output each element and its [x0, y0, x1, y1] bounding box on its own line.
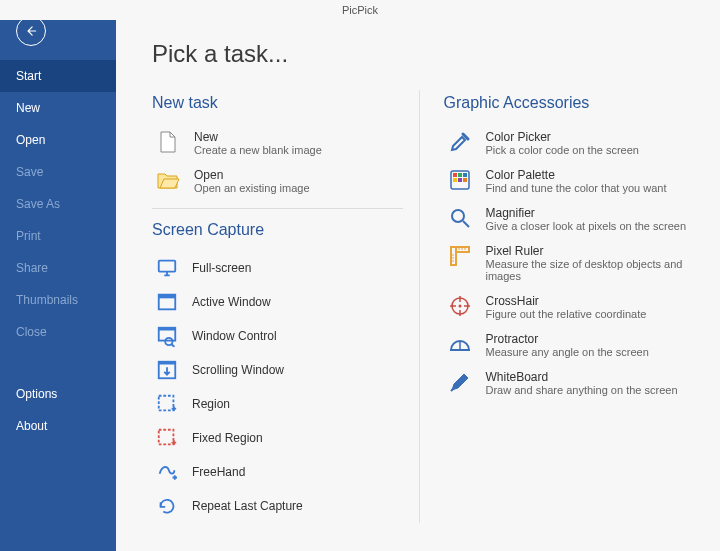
protractor-icon — [448, 332, 472, 356]
task-title: FreeHand — [192, 461, 245, 483]
task-active-window[interactable]: Active Window — [152, 285, 403, 319]
task-desc: Give a closer look at pixels on the scre… — [486, 220, 687, 232]
task-title: Scrolling Window — [192, 359, 284, 381]
task-whiteboard[interactable]: WhiteBoard Draw and share anything on th… — [444, 364, 695, 402]
sidebar-item-open[interactable]: Open — [0, 124, 116, 156]
svg-point-19 — [458, 305, 461, 308]
task-full-screen[interactable]: Full-screen — [152, 251, 403, 285]
repeat-icon — [156, 495, 178, 517]
task-title: New — [194, 130, 322, 144]
task-title: Color Palette — [486, 168, 667, 182]
svg-rect-9 — [159, 430, 174, 445]
sidebar-item-about[interactable]: About — [0, 410, 116, 442]
task-color-palette[interactable]: Color Palette Find and tune the color th… — [444, 162, 695, 200]
magnifier-icon — [448, 206, 472, 230]
task-scrolling-window[interactable]: Scrolling Window — [152, 353, 403, 387]
folder-open-icon — [156, 168, 180, 192]
sidebar-item-label: Share — [16, 261, 48, 275]
task-title: Pixel Ruler — [486, 244, 695, 258]
svg-rect-13 — [463, 173, 467, 177]
task-window-control[interactable]: Window Control — [152, 319, 403, 353]
task-title: Repeat Last Capture — [192, 495, 303, 517]
task-title: Open — [194, 168, 310, 182]
sidebar-item-label: Start — [16, 69, 41, 83]
ruler-icon — [448, 244, 472, 268]
task-title: Full-screen — [192, 257, 251, 279]
task-desc: Figure out the relative coordinate — [486, 308, 647, 320]
task-title: Color Picker — [486, 130, 639, 144]
task-region[interactable]: Region — [152, 387, 403, 421]
sidebar-item-label: Print — [16, 229, 41, 243]
section-title-screen-capture: Screen Capture — [152, 221, 403, 239]
task-title: Active Window — [192, 291, 271, 313]
task-desc: Find and tune the color that you want — [486, 182, 667, 194]
scrolling-window-icon — [156, 359, 178, 381]
sidebar-item-thumbnails[interactable]: Thumbnails — [0, 284, 116, 316]
task-protractor[interactable]: Protractor Measure any angle on the scre… — [444, 326, 695, 364]
nav-spacer — [0, 348, 116, 378]
task-freehand[interactable]: FreeHand — [152, 455, 403, 489]
section-title-new-task: New task — [152, 94, 403, 112]
main-panel: Pick a task... New task New Create a new… — [116, 20, 720, 551]
task-color-picker[interactable]: Color Picker Pick a color code on the sc… — [444, 124, 695, 162]
crosshair-icon — [448, 294, 472, 318]
task-desc: Draw and share anything on the screen — [486, 384, 678, 396]
freehand-icon — [156, 461, 178, 483]
sidebar-item-save[interactable]: Save — [0, 156, 116, 188]
app-title: PicPick — [342, 4, 378, 16]
task-title: Protractor — [486, 332, 649, 346]
eyedropper-icon — [448, 130, 472, 154]
app-body: Start New Open Save Save As Print Share … — [0, 20, 720, 551]
sidebar-item-label: Save As — [16, 197, 60, 211]
task-desc: Pick a color code on the screen — [486, 144, 639, 156]
svg-point-17 — [452, 210, 464, 222]
task-title: Window Control — [192, 325, 277, 347]
task-magnifier[interactable]: Magnifier Give a closer look at pixels o… — [444, 200, 695, 238]
task-desc: Measure any angle on the screen — [486, 346, 649, 358]
svg-rect-15 — [458, 178, 462, 182]
task-title: CrossHair — [486, 294, 647, 308]
sidebar-item-share[interactable]: Share — [0, 252, 116, 284]
window-control-icon — [156, 325, 178, 347]
sidebar-item-label: New — [16, 101, 40, 115]
back-button[interactable] — [16, 16, 46, 46]
sidebar-item-label: Save — [16, 165, 43, 179]
sidebar-item-label: About — [16, 419, 47, 433]
arrow-left-icon — [24, 24, 38, 38]
svg-rect-2 — [159, 295, 176, 299]
col-left: New task New Create a new blank image — [152, 90, 420, 523]
sidebar-item-print[interactable]: Print — [0, 220, 116, 252]
svg-rect-12 — [458, 173, 462, 177]
page-title: Pick a task... — [152, 40, 694, 68]
divider — [152, 208, 403, 209]
task-pixel-ruler[interactable]: Pixel Ruler Measure the size of desktop … — [444, 238, 695, 288]
svg-rect-11 — [453, 173, 457, 177]
svg-rect-16 — [463, 178, 467, 182]
svg-rect-7 — [159, 362, 176, 365]
task-fixed-region[interactable]: Fixed Region — [152, 421, 403, 455]
sidebar-item-close[interactable]: Close — [0, 316, 116, 348]
task-title: Fixed Region — [192, 427, 263, 449]
region-icon — [156, 393, 178, 415]
sidebar-item-new[interactable]: New — [0, 92, 116, 124]
task-open[interactable]: Open Open an existing image — [152, 162, 403, 200]
sidebar-item-label: Open — [16, 133, 45, 147]
task-desc: Create a new blank image — [194, 144, 322, 156]
svg-rect-14 — [453, 178, 457, 182]
sidebar: Start New Open Save Save As Print Share … — [0, 0, 116, 551]
task-desc: Measure the size of desktop objects and … — [486, 258, 695, 282]
sidebar-item-start[interactable]: Start — [0, 60, 116, 92]
section-title-accessories: Graphic Accessories — [444, 94, 695, 112]
sidebar-item-save-as[interactable]: Save As — [0, 188, 116, 220]
sidebar-item-options[interactable]: Options — [0, 378, 116, 410]
sidebar-item-label: Close — [16, 325, 47, 339]
task-title: Magnifier — [486, 206, 687, 220]
palette-icon — [448, 168, 472, 192]
sidebar-item-label: Thumbnails — [16, 293, 78, 307]
svg-rect-8 — [159, 396, 174, 411]
window-icon — [156, 291, 178, 313]
task-repeat-last-capture[interactable]: Repeat Last Capture — [152, 489, 403, 523]
task-new[interactable]: New Create a new blank image — [152, 124, 403, 162]
sidebar-item-label: Options — [16, 387, 57, 401]
task-crosshair[interactable]: CrossHair Figure out the relative coordi… — [444, 288, 695, 326]
